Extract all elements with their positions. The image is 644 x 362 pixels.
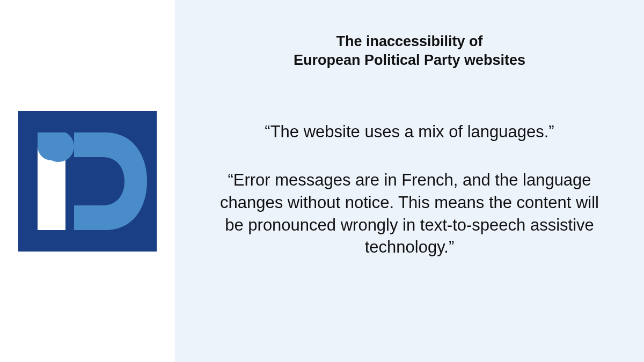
- title-line-1: The inaccessibility of: [336, 33, 482, 49]
- title-line-2: European Political Party websites: [294, 52, 525, 68]
- text-panel: The inaccessibility of European Politica…: [175, 0, 644, 362]
- logo-panel: [0, 0, 175, 362]
- id-party-logo: [18, 111, 157, 252]
- slide-title: The inaccessibility of European Politica…: [209, 32, 610, 69]
- quote-2: “Error messages are in French, and the l…: [209, 169, 610, 258]
- quote-1: “The website uses a mix of languages.”: [209, 121, 610, 143]
